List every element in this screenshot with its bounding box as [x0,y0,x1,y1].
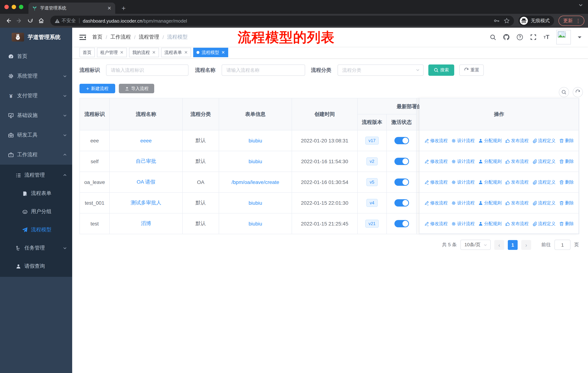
window-minimize-button[interactable] [12,5,16,9]
search-icon[interactable] [490,34,496,40]
user-avatar[interactable] [556,30,571,44]
breadcrumb-item[interactable]: 首页 [92,34,102,40]
tag-close-icon[interactable]: ✕ [152,50,156,55]
tag-close-icon[interactable]: ✕ [184,50,188,55]
status-toggle[interactable] [394,158,409,165]
search-button[interactable]: 搜索 [428,64,454,76]
current-page[interactable]: 1 [508,240,518,250]
help-icon[interactable] [516,34,523,40]
sidebar-item-user-group[interactable]: 用户分组 [0,202,72,221]
action-design-link[interactable]: 设计流程 [451,221,475,227]
tag-process-form[interactable]: 流程表单 ✕ [161,48,191,57]
browser-tab[interactable]: 芋道管理系统 ✕ [28,2,115,14]
browser-menu-icon[interactable]: ⋮ [576,18,581,24]
app-logo[interactable]: 芋道管理系统 [0,28,72,47]
action-publish-link[interactable]: 发布流程 [505,200,529,206]
update-button[interactable]: 更新 ⋮ [558,16,584,26]
action-delete-link[interactable]: 删除 [559,200,574,206]
process-name-link[interactable]: 滔博 [141,220,151,226]
password-key-icon[interactable] [494,18,499,24]
tag-close-icon[interactable]: ✕ [120,50,124,55]
toggle-search-button[interactable] [559,87,569,97]
action-assign-link[interactable]: 分配规则 [478,200,502,206]
sidebar-fold-button[interactable] [79,34,86,40]
address-bar[interactable]: 不安全 dashboard.yudao.iocoder.cn/bpm/manag… [50,16,514,26]
action-definition-link[interactable]: 流程定义 [532,221,556,227]
breadcrumb-item[interactable]: 工作流程 [110,34,131,40]
tag-process-model[interactable]: 流程模型 ✕ [193,48,228,57]
sidebar-item-payment[interactable]: ¥ 支付管理 [0,86,72,106]
action-publish-link[interactable]: 发布流程 [505,158,529,164]
action-assign-link[interactable]: 分配规则 [478,179,502,185]
page-size-select[interactable]: 10条/页 [460,240,491,250]
sidebar-item-task-management[interactable]: 任务管理 [0,239,72,257]
form-info-link[interactable]: biubiu [249,159,262,164]
form-info-link[interactable]: biubiu [249,138,262,143]
fullscreen-icon[interactable] [530,34,537,40]
github-icon[interactable] [503,34,510,40]
action-edit-link[interactable]: 修改流程 [424,200,448,206]
tab-close-icon[interactable]: ✕ [106,5,112,11]
action-definition-link[interactable]: 流程定义 [532,200,556,206]
category-select-input[interactable] [337,64,424,76]
new-tab-button[interactable]: + [119,4,128,12]
next-page-button[interactable]: › [521,240,531,250]
version-badge[interactable]: v21 [365,220,379,228]
action-definition-link[interactable]: 流程定义 [532,138,556,144]
action-delete-link[interactable]: 删除 [559,138,574,144]
action-design-link[interactable]: 设计流程 [451,179,475,185]
action-publish-link[interactable]: 发布流程 [505,138,529,144]
window-close-button[interactable] [4,5,9,9]
refresh-table-button[interactable] [573,87,583,97]
action-edit-link[interactable]: 修改流程 [424,158,448,164]
action-design-link[interactable]: 设计流程 [451,200,475,206]
form-info-link[interactable]: biubiu [249,221,262,227]
prev-page-button[interactable]: ‹ [494,240,504,250]
tag-my-process[interactable]: 我的流程 ✕ [129,48,159,57]
form-info-link[interactable]: /bpm/oa/leave/create [231,179,279,185]
bookmark-star-icon[interactable] [504,18,510,24]
action-assign-link[interactable]: 分配规则 [478,221,502,227]
sidebar-item-workflow[interactable]: 工作流程 [0,145,72,165]
action-design-link[interactable]: 设计流程 [451,138,475,144]
forward-button[interactable] [15,16,24,26]
security-chip[interactable]: 不安全 [55,18,76,24]
version-badge[interactable]: v5 [366,178,378,186]
process-name-link[interactable]: eeee [140,138,152,143]
breadcrumb-item[interactable]: 流程管理 [139,34,159,40]
category-select[interactable] [337,64,424,76]
action-design-link[interactable]: 设计流程 [451,158,475,164]
action-edit-link[interactable]: 修改流程 [424,221,448,227]
action-delete-link[interactable]: 删除 [559,221,574,227]
action-publish-link[interactable]: 发布流程 [505,221,529,227]
sidebar-item-dev-tools[interactable]: 研发工具 [0,125,72,145]
status-toggle[interactable] [394,179,409,186]
form-info-link[interactable]: biubiu [249,200,262,206]
status-toggle[interactable] [394,199,409,207]
version-badge[interactable]: v17 [365,137,379,145]
tab-search-chevron-icon[interactable] [578,3,583,7]
process-name-link[interactable]: 测试多审批人 [131,200,161,205]
sidebar-item-process-model[interactable]: 流程模型 [0,221,72,239]
tag-home[interactable]: 首页 [79,48,95,57]
create-process-button[interactable]: + 新建流程 [79,84,115,93]
version-badge[interactable]: v2 [366,157,378,166]
sidebar-item-process-management[interactable]: 流程管理 [0,166,72,184]
process-name-input[interactable] [222,64,305,76]
action-assign-link[interactable]: 分配规则 [478,158,502,164]
action-definition-link[interactable]: 流程定义 [532,179,556,185]
goto-page-input[interactable] [555,240,570,250]
sidebar-item-system[interactable]: 系统管理 [0,66,72,86]
action-assign-link[interactable]: 分配规则 [478,138,502,144]
status-toggle[interactable] [394,137,409,144]
home-button[interactable] [36,16,46,26]
action-edit-link[interactable]: 修改流程 [424,138,448,144]
process-name-link[interactable]: 自己审批 [136,158,156,164]
sidebar-item-infrastructure[interactable]: 基础设施 [0,106,72,125]
tag-close-icon[interactable]: ✕ [221,50,225,55]
process-name-link[interactable]: OA 请假 [137,179,156,185]
action-delete-link[interactable]: 删除 [559,179,574,185]
reload-button[interactable] [26,16,35,26]
action-publish-link[interactable]: 发布流程 [505,179,529,185]
avatar-caret-icon[interactable] [578,36,581,40]
